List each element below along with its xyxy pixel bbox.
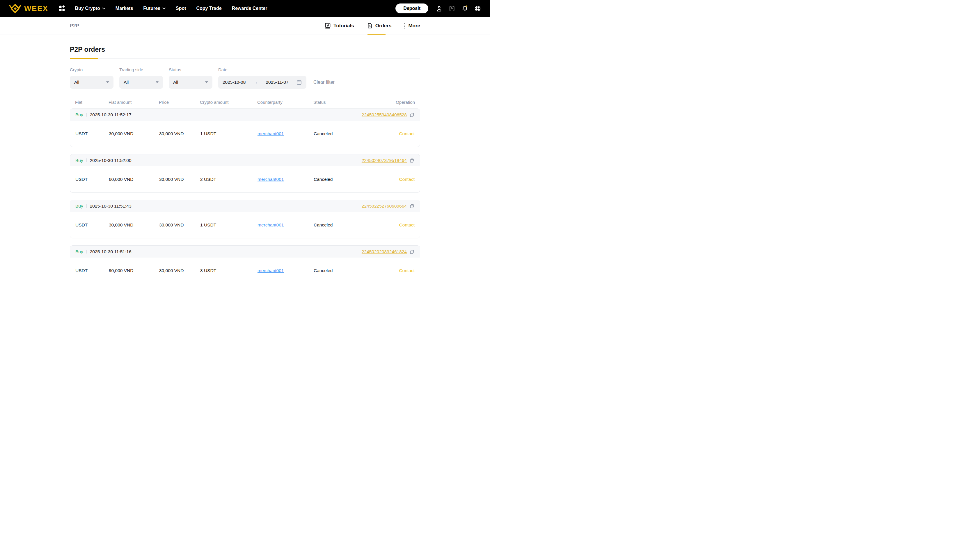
nav-item[interactable]: Spot [176, 6, 186, 11]
trading-side-select[interactable]: All [119, 76, 163, 89]
contact-link[interactable]: Contact [399, 222, 415, 227]
active-tab-underline [70, 58, 98, 59]
brand-name: WEEX [24, 4, 48, 13]
order-card-row: USDT 90,000 VND 30,000 VND 3 USDT mercha… [70, 257, 420, 278]
cell-price: 30,000 VND [159, 268, 200, 273]
copy-icon[interactable] [409, 158, 415, 163]
top-nav: WEEX Buy Crypto Markets [0, 0, 490, 17]
divider [87, 113, 87, 117]
cell-fiat-amount: 90,000 VND [109, 268, 159, 273]
cell-crypto-amount: 3 USDT [200, 268, 258, 273]
cell-operation: Contact [380, 177, 415, 182]
order-card: Buy 2025-10-30 11:51:43 2245022527606896… [70, 200, 420, 238]
breadcrumb-p2p: P2P [70, 23, 79, 29]
filter-status: Status All [169, 67, 212, 89]
date-from-value: 2025-10-08 [222, 80, 246, 85]
profile-icon[interactable] [436, 5, 443, 12]
order-id-link[interactable]: 224502553408406528 [362, 112, 407, 117]
more-dots-icon [404, 23, 406, 29]
nav-item-label: Markets [116, 6, 133, 11]
contact-link[interactable]: Contact [399, 268, 415, 273]
weex-logo[interactable]: WEEX [9, 4, 48, 13]
nav-item[interactable]: Copy Trade [196, 6, 222, 11]
cell-counterparty: merchant001 [258, 177, 314, 182]
caret-down-icon [205, 81, 208, 83]
table-column-header: Fiat amount [109, 100, 159, 105]
divider [87, 250, 87, 254]
nav-item[interactable]: Futures [143, 6, 165, 11]
order-card-row: USDT 30,000 VND 30,000 VND 1 USDT mercha… [70, 212, 420, 238]
order-side-badge: Buy [75, 112, 83, 117]
nav-item[interactable]: Markets [116, 6, 133, 11]
cell-counterparty: merchant001 [258, 131, 314, 136]
date-range-arrow-icon: → [253, 80, 258, 85]
clear-filter-button[interactable]: Clear filter [314, 76, 335, 89]
date-range-picker[interactable]: 2025-10-08 → 2025-11-07 [218, 76, 306, 89]
order-card: Buy 2025-10-30 11:51:16 2245020208324618… [70, 245, 420, 278]
cell-fiat-amount: 60,000 VND [109, 177, 159, 182]
tab-tutorials-label: Tutorials [333, 23, 354, 29]
trading-side-select-value: All [124, 80, 129, 85]
main-content: P2P orders Crypto All Trading side All S… [70, 46, 420, 278]
orders-doc-icon [367, 23, 373, 29]
order-id-link[interactable]: 224502020832461824 [362, 249, 407, 254]
cell-operation: Contact [380, 222, 415, 228]
tab-tutorials[interactable]: Tutorials [325, 17, 354, 34]
contact-link[interactable]: Contact [399, 131, 415, 136]
cell-counterparty: merchant001 [258, 268, 314, 273]
filter-date: Date 2025-10-08 → 2025-11-07 [218, 67, 306, 89]
order-card-header: Buy 2025-10-30 11:52:17 2245025534084065… [70, 109, 420, 121]
chevron-down-icon [162, 8, 165, 10]
contact-link[interactable]: Contact [399, 177, 415, 182]
filter-crypto: Crypto All [70, 67, 113, 89]
tab-orders-label: Orders [376, 23, 392, 29]
tutorials-icon [325, 23, 331, 29]
status-select[interactable]: All [169, 76, 212, 89]
cell-fiat-amount: 30,000 VND [109, 222, 159, 228]
counterparty-link[interactable]: merchant001 [258, 177, 284, 182]
tab-more[interactable]: More [404, 17, 420, 34]
cell-operation: Contact [380, 131, 415, 136]
copy-icon[interactable] [409, 204, 415, 209]
apps-grid-icon[interactable] [59, 5, 65, 11]
counterparty-link[interactable]: merchant001 [258, 268, 284, 273]
counterparty-link[interactable]: merchant001 [258, 131, 284, 136]
order-card-row: USDT 60,000 VND 30,000 VND 2 USDT mercha… [70, 166, 420, 192]
counterparty-link[interactable]: merchant001 [258, 222, 284, 227]
language-globe-icon[interactable] [474, 5, 481, 12]
order-id-link[interactable]: 224502407379518464 [362, 158, 407, 163]
nav-item[interactable]: Rewards Center [232, 6, 268, 11]
crypto-select-value: All [74, 80, 79, 85]
cell-operation: Contact [380, 268, 415, 273]
notifications-bell-icon[interactable] [461, 5, 469, 12]
divider [87, 158, 87, 162]
crypto-select[interactable]: All [70, 76, 113, 89]
cell-price: 30,000 VND [159, 131, 200, 136]
deposit-button[interactable]: Deposit [395, 3, 428, 13]
orders-history-icon[interactable] [448, 5, 456, 12]
sub-header-tabs: Tutorials Orders More [325, 17, 420, 34]
cell-counterparty: merchant001 [258, 222, 314, 228]
top-nav-right: Deposit [395, 3, 481, 13]
nav-item-label: Spot [176, 6, 186, 11]
tab-orders[interactable]: Orders [367, 17, 392, 34]
cell-crypto-amount: 2 USDT [200, 177, 258, 182]
crypto-filter-label: Crypto [70, 67, 113, 72]
title-divider [70, 59, 420, 59]
cell-fiat: USDT [75, 268, 109, 273]
tab-more-label: More [408, 23, 420, 29]
cell-status: Canceled [314, 131, 380, 136]
cell-price: 30,000 VND [159, 222, 200, 228]
order-card: Buy 2025-10-30 11:52:00 2245024073795184… [70, 154, 420, 193]
nav-item[interactable]: Buy Crypto [75, 6, 105, 11]
cell-status: Canceled [314, 222, 380, 228]
date-filter-label: Date [218, 67, 306, 72]
table-column-header: Counterparty [257, 100, 314, 105]
order-id-link[interactable]: 224502252760689664 [362, 204, 407, 209]
order-timestamp: 2025-10-30 11:51:43 [90, 204, 132, 209]
cell-status: Canceled [314, 268, 380, 273]
copy-icon[interactable] [409, 249, 415, 254]
copy-icon[interactable] [409, 112, 415, 117]
order-timestamp: 2025-10-30 11:52:00 [90, 158, 132, 163]
filter-trading-side: Trading side All [119, 67, 163, 89]
